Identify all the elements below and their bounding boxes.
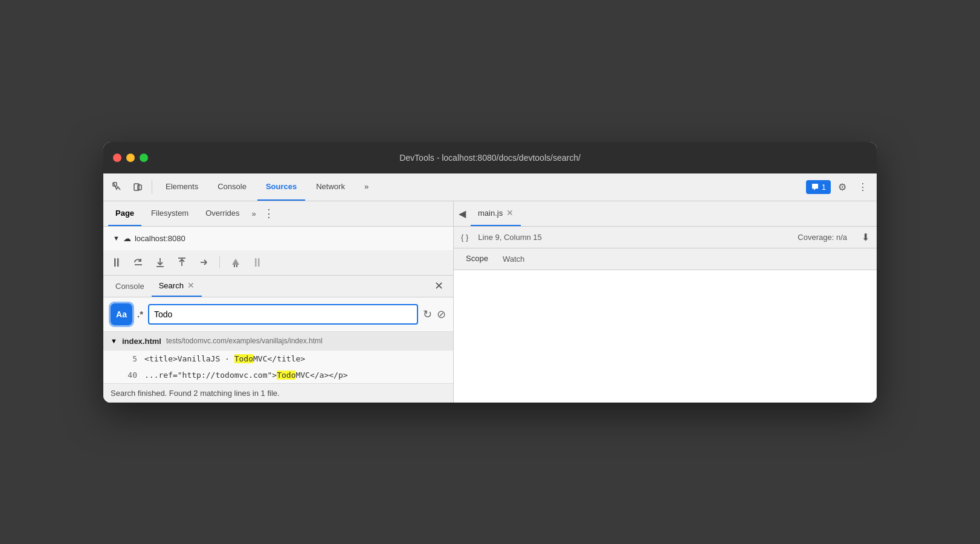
sources-tabs: Page Filesystem Overrides » ⋮ [103,201,453,227]
more-options-button[interactable]: ⋮ [854,178,872,196]
editor-tab-bar: ◀ main.js ✕ [454,201,877,227]
editor-status-bar: { } Line 9, Column 15 Coverage: n/a ⬇ [454,227,877,248]
svg-rect-2 [138,185,141,190]
result-line-40[interactable]: 40 ...ref="http://todomvc.com">TodoMVC</… [103,367,453,383]
tab-network[interactable]: Network [308,173,353,201]
sources-tab-more[interactable]: » [250,209,259,218]
blackbox-button[interactable] [230,256,242,268]
sources-tab-menu-button[interactable]: ⋮ [263,208,274,219]
step-button[interactable] [198,256,210,268]
maximize-button[interactable] [140,154,148,162]
pause-button[interactable]: ⏸ [111,256,123,270]
right-panel: ◀ main.js ✕ { } Line 9, Column 15 Covera… [454,201,877,403]
tab-sources[interactable]: Sources [257,173,305,201]
result-arrow-icon: ▼ [111,337,117,345]
tab-elements[interactable]: Elements [157,173,207,201]
file-tree: ▼ ☁ localhost:8080 [103,227,453,250]
clear-search-button[interactable]: ⊘ [437,308,446,321]
result-line-5[interactable]: 5 <title>VanillaJS · TodoMVC</title> [103,351,453,367]
editor-content [454,270,877,403]
scope-watch-tabs: Scope Watch [454,248,877,270]
refresh-search-button[interactable]: ↻ [423,308,432,321]
feedback-badge-button[interactable]: 1 [806,180,831,194]
scope-tab-scope[interactable]: Scope [459,248,495,270]
devtools-window: DevTools - localhost:8080/docs/devtools/… [103,142,877,403]
title-bar: DevTools - localhost:8080/docs/devtools/… [103,142,877,173]
step-out-button[interactable] [176,256,188,268]
panel-tabs: Console Search ✕ ✕ [103,276,453,297]
search-input[interactable] [148,304,418,325]
search-status-bar: Search finished. Found 2 matching lines … [103,383,453,403]
minimize-button[interactable] [126,154,135,162]
window-title: DevTools - localhost:8080/docs/devtools/… [399,153,581,163]
deactivate-breakpoints-button[interactable]: ⏸ [251,256,263,270]
format-button[interactable]: { } [461,233,468,242]
bottom-panel: Console Search ✕ ✕ Aa .* [103,276,453,403]
step-over-button[interactable] [132,256,144,268]
panel-tab-console[interactable]: Console [108,275,152,297]
toolbar-divider [152,180,152,194]
step-into-button[interactable] [154,256,166,268]
coverage-status: Coverage: n/a [798,233,847,242]
panel-tab-search[interactable]: Search ✕ [152,275,202,297]
search-area: Aa .* ↻ ⊘ [103,297,453,332]
highlight-1: Todo [234,354,253,363]
results-area: ▼ index.html tests/todomvc.com/examples/… [103,332,453,383]
tab-more[interactable]: » [356,173,377,201]
toolbar-right: 1 ⚙ ⋮ [806,178,872,196]
download-button[interactable]: ⬇ [862,232,869,243]
editor-back-button[interactable]: ◀ [459,208,466,219]
editor-tab-close-button[interactable]: ✕ [506,208,514,218]
close-button[interactable] [113,154,121,162]
file-tree-host-item[interactable]: ▼ ☁ localhost:8080 [103,232,453,245]
left-panel: Page Filesystem Overrides » ⋮ ▼ ☁ loca [103,201,454,403]
panel-close-button[interactable]: ✕ [430,279,448,293]
devtools-toolbar: Elements Console Sources Network » 1 ⚙ [103,173,877,201]
sources-tab-page[interactable]: Page [108,201,141,226]
editor-tab-main-js[interactable]: main.js ✕ [471,201,521,226]
main-area: Page Filesystem Overrides » ⋮ ▼ ☁ loca [103,201,877,403]
tab-console[interactable]: Console [209,173,255,201]
debug-separator [219,256,220,268]
result-file-header[interactable]: ▼ index.html tests/todomvc.com/examples/… [103,332,453,351]
cloud-icon: ☁ [123,234,131,243]
highlight-2: Todo [277,371,295,380]
regex-button[interactable]: .* [137,309,143,319]
inspect-element-button[interactable] [108,178,126,196]
case-sensitive-button[interactable]: Aa [111,303,132,325]
traffic-lights [113,154,148,162]
panel-tab-close-button[interactable]: ✕ [187,281,195,290]
sources-tab-filesystem[interactable]: Filesystem [144,201,196,226]
tree-arrow-icon: ▼ [113,235,120,242]
device-toggle-button[interactable] [129,178,147,196]
cursor-position: Line 9, Column 15 [478,233,542,242]
settings-button[interactable]: ⚙ [833,178,851,196]
scope-tab-watch[interactable]: Watch [495,248,532,270]
debug-toolbar: ⏸ [103,250,453,276]
sources-tab-overrides[interactable]: Overrides [198,201,247,226]
